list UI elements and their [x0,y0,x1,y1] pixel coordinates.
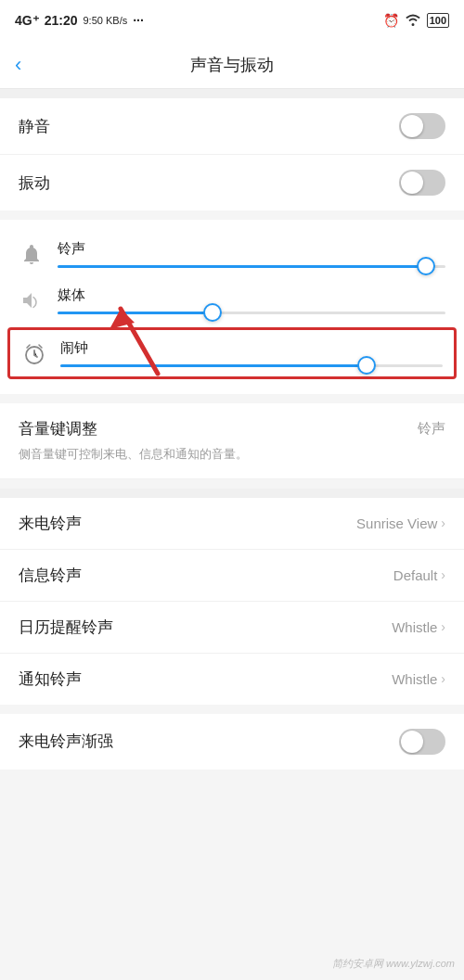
notification-tone: Whistle [392,671,437,687]
incoming-call-tone: Sunrise View [356,515,437,531]
media-slider-thumb[interactable] [203,303,222,322]
ringtone-slider-thumb[interactable] [417,257,435,275]
watermark: 简约安卓网 www.ylzwj.com [332,957,455,971]
red-arrow-annotation [74,272,186,383]
back-button[interactable]: ‹ [15,53,21,77]
calendar-chevron: › [441,619,445,634]
vibrate-toggle[interactable] [399,170,445,196]
status-left: 4G⁺ 21:20 9:50 KB/s ··· [15,13,144,28]
vibrate-label: 振动 [19,172,50,194]
top-divider [0,89,464,98]
calendar-label: 日历提醒铃声 [19,617,113,638]
status-right: ⏰ 100 [383,13,449,29]
clock-icon [21,340,47,366]
calendar-tone: Whistle [392,619,437,635]
top-navigation: ‹ 声音与振动 [0,41,464,89]
alarm-slider-thumb[interactable] [357,356,376,375]
battery-icon: 100 [427,13,449,28]
notification-label: 通知铃声 [19,668,82,690]
time-display: 21:20 [45,13,78,28]
calendar-value: Whistle › [392,619,445,635]
message-tone: Default [393,567,438,583]
incoming-call-ringtone-item[interactable]: 来电铃声 Sunrise View › [0,498,464,550]
volume-key-section: 音量键调整 铃声 侧音量键可控制来电、信息和通知的音量。 [0,403,464,479]
wifi-icon [405,13,421,29]
volume-key-item: 音量键调整 铃声 侧音量键可控制来电、信息和通知的音量。 [0,403,464,479]
volume-key-row: 音量键调整 铃声 [19,418,445,439]
incoming-call-label: 来电铃声 [19,513,82,534]
mid-divider [0,489,464,498]
escalation-item: 来电铃声渐强 [0,714,464,770]
ringtone-slider-fill [58,265,426,268]
notification-value: Whistle › [392,671,445,687]
sliders-section: 铃声 媒体 [0,220,464,394]
status-bar: 4G⁺ 21:20 9:50 KB/s ··· ⏰ 100 [0,0,464,41]
ringtone-slider-row: 铃声 [0,231,464,277]
notification-ringtone-item[interactable]: 通知铃声 Whistle › [0,654,464,705]
media-slider-row: 媒体 [0,277,464,324]
message-chevron: › [441,567,445,582]
notification-chevron: › [441,671,445,686]
bell-icon [19,241,45,267]
signal-icon: 4G⁺ [15,13,39,28]
dots-icon: ··· [133,13,144,28]
silent-mode-label: 静音 [19,116,50,137]
ringtone-section: 来电铃声 Sunrise View › 信息铃声 Default › 日历提醒铃… [0,498,464,705]
silent-toggle-knob [401,115,423,137]
escalation-label: 来电铃声渐强 [19,731,113,752]
volume-key-value: 铃声 [418,420,445,438]
page-title: 声音与振动 [190,54,274,76]
vibrate-item: 振动 [0,155,464,210]
volume-key-label: 音量键调整 [19,418,97,439]
calendar-ringtone-item[interactable]: 日历提醒铃声 Whistle › [0,602,464,654]
data-speed: 9:50 KB/s [84,15,128,26]
vibrate-toggle-knob [401,172,423,194]
silent-mode-toggle[interactable] [399,113,445,139]
incoming-call-value: Sunrise View › [356,515,445,531]
message-ringtone-item[interactable]: 信息铃声 Default › [0,550,464,602]
escalation-toggle[interactable] [399,729,445,755]
ringtone-slider-track[interactable] [58,265,445,268]
ringtone-slider-label: 铃声 [58,240,445,258]
ringtone-slider-content: 铃声 [58,240,445,268]
message-label: 信息铃声 [19,565,82,586]
incoming-call-chevron: › [441,515,445,530]
message-value: Default › [393,567,445,583]
escalation-toggle-knob [401,731,423,753]
volume-icon [19,287,45,313]
alarm-icon: ⏰ [383,13,399,28]
volume-key-desc: 侧音量键可控制来电、信息和通知的音量。 [19,445,445,471]
escalation-section: 来电铃声渐强 [0,714,464,770]
toggles-section: 静音 振动 [0,98,464,210]
silent-mode-item: 静音 [0,98,464,155]
